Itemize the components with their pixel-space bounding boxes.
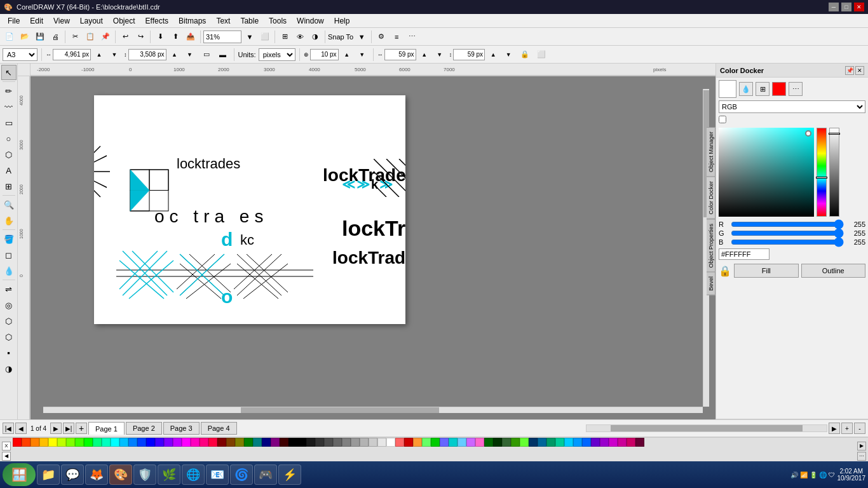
width-down[interactable]: ▼ [107,48,121,62]
swatch2-bright-sky[interactable] [564,438,573,447]
swatch2-medium-green[interactable] [431,438,440,447]
width-input[interactable]: 4,961 px [53,49,91,60]
swatch2-light-green[interactable] [422,438,431,447]
swatch-red[interactable] [13,438,22,447]
menu-view[interactable]: View [48,15,75,27]
y-down[interactable]: ▼ [501,48,515,62]
height-down[interactable]: ▼ [183,48,197,62]
panel-close-button[interactable]: ✕ [855,66,864,75]
swatch2-dark[interactable] [315,438,324,447]
y-input[interactable]: 59 px [453,49,485,60]
last-page-button[interactable]: ▶| [63,423,74,434]
swatch-dark-red[interactable] [280,438,288,447]
swatch2-lighter-gray[interactable] [360,438,369,447]
swatch2-dodger[interactable] [573,438,582,447]
swatch-orange[interactable] [31,438,39,447]
swatch-sky[interactable] [119,438,128,447]
swatch-cyan[interactable] [111,438,119,447]
options-btn[interactable]: ⚙ [374,30,388,44]
color-options-button[interactable]: ⋯ [789,82,803,96]
menu-tools[interactable]: Tools [264,15,292,27]
taskbar-notes[interactable]: 🌿 [158,464,180,485]
nudge-up[interactable]: ▲ [340,48,354,62]
text-tool[interactable]: A [1,163,17,178]
swatch2-forest[interactable] [484,438,493,447]
swatch-purple[interactable] [173,438,182,447]
close-button[interactable]: ✕ [854,3,864,11]
height-up[interactable]: ▲ [168,48,182,62]
swatch-teal[interactable] [253,438,262,447]
swatch2-dark-gray[interactable] [324,438,333,447]
fill-button[interactable]: Fill [734,264,799,278]
swatch-yellow-green[interactable] [57,438,66,447]
b-slider[interactable] [731,240,844,245]
zoom-in-button[interactable]: + [841,423,853,434]
height-input[interactable]: 3,508 px [128,49,166,60]
menu-bitmaps[interactable]: Bitmaps [173,15,211,27]
color-checkbox[interactable] [719,116,726,123]
swatch-violet[interactable] [164,438,173,447]
zoom-options-button[interactable]: ▼ [243,30,257,44]
menu-window[interactable]: Window [292,15,329,27]
copy-button[interactable]: 📋 [83,30,97,44]
horizontal-scrollbar[interactable] [43,407,703,413]
swatch2-bright-lime[interactable] [520,438,529,447]
swatch-mint[interactable] [102,438,111,447]
swatch-dark-purple[interactable] [271,438,280,447]
no-fill-button[interactable]: X [2,442,11,451]
g-slider[interactable] [731,231,844,236]
horizontal-scroll-thumb[interactable] [241,407,438,413]
r-slider[interactable] [731,222,844,227]
x-input[interactable]: 59 px [384,49,416,60]
quality-btn[interactable]: ◑ [308,30,322,44]
page-preview[interactable]: ⬜ [534,48,548,62]
export-button[interactable]: ⬆ [168,30,182,44]
nudge-input[interactable]: 10 px [310,49,339,60]
swatch2-dark-red2[interactable] [404,438,413,447]
swatch2-sea[interactable] [546,438,555,447]
first-page-button[interactable]: |◀ [3,423,14,434]
taskbar-outlook[interactable]: 📧 [206,464,229,485]
x-down[interactable]: ▼ [433,48,447,62]
undo-button[interactable]: ↩ [118,30,132,44]
swatch2-near-white[interactable] [377,438,386,447]
maximize-button[interactable]: □ [841,3,851,11]
swatch2-fuchsia[interactable] [609,438,618,447]
saturation-slider[interactable] [829,128,839,217]
menu-layout[interactable]: Layout [75,15,108,27]
swatch-brown[interactable] [226,438,235,447]
cut-button[interactable]: ✂ [68,30,82,44]
panel-pin-button[interactable]: 📌 [845,66,854,75]
swatch-lime[interactable] [66,438,75,447]
swatch2-peach[interactable] [413,438,422,447]
zoom-out-button[interactable]: - [854,423,865,434]
swatch2-sage[interactable] [502,438,511,447]
hex-input[interactable]: #FFFFFF [719,248,770,260]
taskbar-defender[interactable]: 🛡️ [133,464,156,485]
swatch2-black[interactable] [297,438,306,447]
select-tool[interactable]: ↖ [1,65,17,80]
paste-button[interactable]: 📌 [98,30,112,44]
swatch-olive[interactable] [235,438,244,447]
table-tool[interactable]: ⊞ [1,179,17,194]
swatch-amber[interactable] [39,438,48,447]
display-btn[interactable]: ≡ [390,30,403,44]
taskbar-chrome[interactable]: 🌐 [182,464,205,485]
page-scroll-thumb[interactable] [611,425,803,431]
swatch2-orchid[interactable] [618,438,627,447]
extrude-tool[interactable]: ⬡ [1,329,17,344]
swatch-azure[interactable] [128,438,137,447]
y-up[interactable]: ▲ [486,48,500,62]
swatch2-indigo2[interactable] [591,438,600,447]
swatch2-hot-pink[interactable] [475,438,484,447]
color-swatch-red[interactable] [772,82,786,96]
swatch-red-orange[interactable] [22,438,31,447]
swatch2-dark-forest[interactable] [493,438,502,447]
menu-object[interactable]: Object [108,15,140,27]
start-button[interactable]: 🪟 [3,463,36,486]
polygon-tool[interactable]: ⬡ [1,147,17,162]
prev-page-button[interactable]: ◀ [15,423,27,434]
page-scrollbar[interactable] [586,424,827,432]
next-page-button[interactable]: ▶ [50,423,62,434]
swatch2-raspberry[interactable] [627,438,635,447]
